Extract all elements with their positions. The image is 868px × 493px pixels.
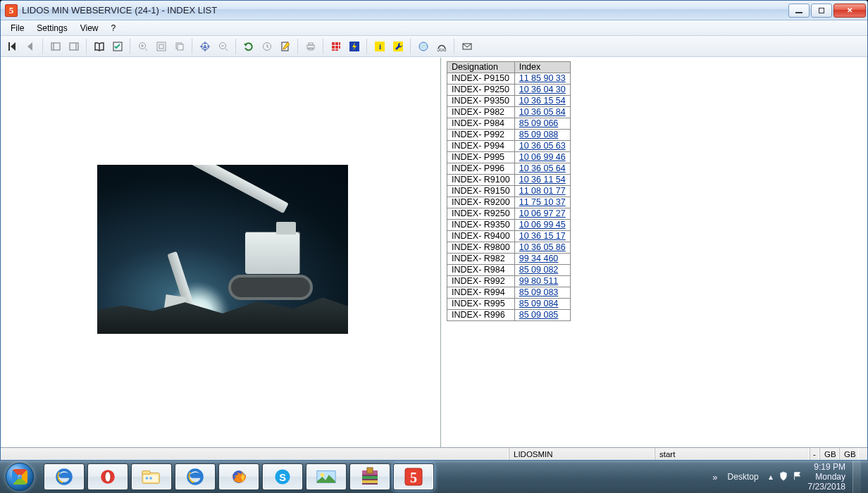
menu-file[interactable]: File	[5, 22, 30, 35]
index-link[interactable]: 85 09 082	[519, 265, 559, 275]
svg-rect-19	[339, 46, 340, 49]
menu-settings[interactable]: Settings	[31, 22, 73, 35]
taskbar-explorer-icon[interactable]	[131, 463, 172, 490]
show-desktop-button[interactable]	[852, 461, 861, 493]
menu-help[interactable]: ?	[106, 22, 122, 35]
cell-designation: INDEX- P994	[447, 141, 515, 152]
tray-clock[interactable]: 9:19 PM Monday 7/23/2018	[808, 462, 847, 492]
table-row: INDEX- P98210 36 05 84	[447, 107, 571, 118]
cell-index: 10 36 05 84	[514, 107, 570, 118]
info-icon[interactable]: i	[371, 38, 388, 55]
index-link[interactable]: 10 36 15 17	[519, 231, 566, 241]
index-table: Designation Index INDEX- P915011 85 90 3…	[447, 61, 571, 321]
zoom-out-icon[interactable]	[215, 38, 232, 55]
taskbar-lidos-icon[interactable]: 5	[393, 463, 434, 490]
index-link[interactable]: 99 80 511	[519, 276, 559, 286]
taskbar-firefox-icon[interactable]	[218, 463, 259, 490]
index-link[interactable]: 85 09 088	[519, 130, 559, 139]
cell-designation: INDEX- R994	[447, 287, 515, 299]
target-icon[interactable]: A	[197, 38, 213, 55]
history-icon[interactable]	[259, 38, 275, 55]
zoom-in-icon[interactable]	[135, 38, 151, 55]
nav-back-icon[interactable]	[47, 38, 64, 55]
lidas-icon[interactable]: LIDAS	[433, 38, 450, 55]
index-link[interactable]: 85 09 084	[519, 299, 559, 308]
grid-red-icon[interactable]	[328, 38, 345, 55]
index-link[interactable]: 10 36 05 63	[519, 141, 566, 151]
status-gb1: GB	[819, 448, 839, 460]
index-link[interactable]: 11 75 10 37	[519, 197, 566, 207]
svg-rect-21	[335, 49, 338, 51]
svg-point-36	[146, 477, 149, 480]
book-icon[interactable]	[91, 38, 108, 55]
cell-designation: INDEX- P984	[447, 118, 515, 130]
tray-flag-icon[interactable]	[793, 471, 802, 483]
taskbar-ie2-icon[interactable]	[175, 463, 216, 490]
cell-index: 85 09 082	[514, 265, 570, 276]
svg-rect-46	[362, 476, 378, 479]
cell-designation: INDEX- R9250	[447, 208, 515, 220]
cell-designation: INDEX- P995	[447, 152, 515, 163]
cell-index: 11 85 90 33	[514, 73, 570, 85]
note-icon[interactable]	[277, 38, 294, 55]
print-icon[interactable]	[302, 38, 319, 55]
taskbar-ie-icon[interactable]	[44, 463, 85, 490]
index-link[interactable]: 10 06 97 27	[519, 208, 566, 218]
taskbar-opera-icon[interactable]	[87, 463, 128, 490]
lightning-icon[interactable]	[346, 38, 363, 55]
index-link[interactable]: 10 06 99 46	[519, 152, 566, 162]
cell-designation: INDEX- R9200	[447, 197, 515, 208]
checklist-icon[interactable]	[109, 38, 126, 55]
copy-icon[interactable]	[171, 38, 188, 55]
tray-chevrons-icon[interactable]: »	[712, 472, 717, 482]
cell-designation: INDEX- P9350	[447, 96, 515, 107]
svg-text:A: A	[203, 44, 207, 50]
index-link[interactable]: 11 08 01 77	[519, 186, 566, 196]
svg-point-26	[419, 42, 428, 51]
toolbar-sep	[454, 39, 455, 54]
status-gb-minus: -	[810, 448, 819, 460]
tray-desktop-label[interactable]: Desktop	[724, 470, 763, 483]
col-designation[interactable]: Designation	[447, 62, 515, 73]
cell-index: 10 06 97 27	[514, 208, 570, 220]
svg-rect-3	[159, 44, 163, 49]
index-link[interactable]: 10 36 11 54	[519, 175, 566, 185]
product-image	[97, 165, 348, 334]
menu-view[interactable]: View	[75, 22, 104, 35]
index-link[interactable]: 10 06 99 45	[519, 220, 566, 230]
index-link[interactable]: 85 09 066	[519, 118, 559, 128]
taskbar-photos-icon[interactable]	[306, 463, 347, 490]
table-row: INDEX- R99685 09 085	[447, 310, 571, 321]
index-link[interactable]: 10 36 05 86	[519, 242, 566, 252]
index-link[interactable]: 10 36 15 54	[519, 96, 566, 106]
minimize-button[interactable]	[788, 4, 810, 18]
taskbar-winrar-icon[interactable]	[349, 463, 390, 490]
table-row: INDEX- R98485 09 082	[447, 265, 571, 276]
index-link[interactable]: 99 34 460	[519, 254, 559, 263]
globe-icon[interactable]	[415, 38, 432, 55]
tray-security-icon[interactable]	[779, 471, 788, 483]
index-link[interactable]: 10 36 04 30	[519, 85, 566, 94]
tray-time: 9:19 PM	[808, 462, 845, 472]
index-link[interactable]: 10 36 05 84	[519, 107, 566, 117]
maximize-button[interactable]	[811, 4, 832, 18]
index-link[interactable]: 85 09 083	[519, 287, 559, 297]
refresh-icon[interactable]	[240, 38, 257, 55]
close-button[interactable]: ✕	[833, 4, 866, 18]
mail-icon[interactable]	[459, 38, 476, 55]
index-link[interactable]: 10 36 05 64	[519, 163, 566, 173]
index-pane: Designation Index INDEX- P915011 85 90 3…	[441, 58, 867, 447]
nav-fwd-icon[interactable]	[66, 38, 82, 55]
index-link[interactable]: 85 09 085	[519, 310, 559, 320]
col-index[interactable]: Index	[514, 62, 570, 73]
first-icon[interactable]	[4, 38, 20, 55]
wrench-icon[interactable]	[390, 38, 407, 55]
toolbar-sep	[192, 39, 193, 54]
index-link[interactable]: 11 85 90 33	[519, 73, 566, 83]
image-pane	[1, 58, 441, 447]
tray-expand-icon[interactable]: ▴	[769, 472, 773, 482]
prev-icon[interactable]	[22, 38, 39, 55]
start-button[interactable]	[0, 461, 39, 493]
fit-icon[interactable]	[153, 38, 170, 55]
taskbar-skype-icon[interactable]: S	[262, 463, 303, 490]
